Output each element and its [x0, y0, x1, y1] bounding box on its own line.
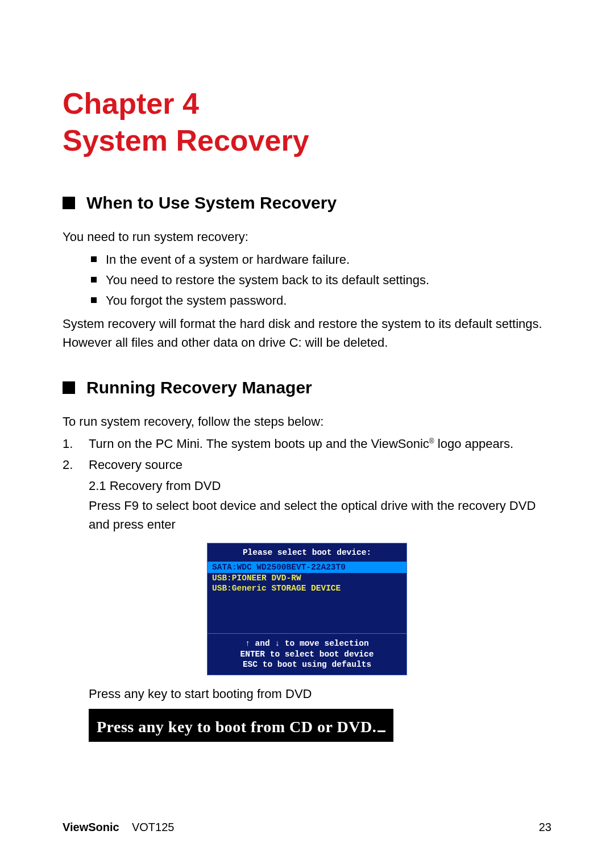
section1-intro: You need to run system recovery:: [63, 227, 551, 246]
document-page: Chapter 4 System Recovery When to Use Sy…: [0, 0, 614, 868]
list-item: In the event of a system or hardware fai…: [91, 251, 551, 269]
step-2-1-label: 2.1 Recovery from DVD: [89, 476, 551, 495]
section2-intro: To run system recovery, follow the steps…: [63, 412, 551, 431]
bullet-text: You need to restore the system back to i…: [106, 271, 429, 289]
footer-left: ViewSonic VOT125: [63, 821, 174, 834]
section1-outro: System recovery will format the hard dis…: [63, 314, 551, 352]
section1-bullet-list: In the event of a system or hardware fai…: [91, 251, 551, 310]
bios-hint: ESC to boot using defaults: [210, 659, 404, 670]
bios-hint: ENTER to select boot device: [210, 649, 404, 660]
step-1: 1. Turn on the PC Mini. The system boots…: [63, 434, 551, 453]
boot-banner-text: Press any key to boot from CD or DVD.: [97, 718, 376, 736]
bios-selected-device: SATA:WDC WD2500BEVT-22A23T0: [208, 562, 406, 573]
bullet-text: You forgot the system password.: [106, 292, 287, 310]
section-title-text: When to Use System Recovery: [86, 193, 337, 213]
section-heading-running: Running Recovery Manager: [63, 378, 551, 397]
section-title-text: Running Recovery Manager: [86, 378, 312, 397]
section-heading-when: When to Use System Recovery: [63, 193, 551, 213]
chapter-line-2: System Recovery: [63, 124, 309, 157]
bios-boot-device-screenshot: Please select boot device: SATA:WDC WD25…: [207, 543, 407, 676]
page-footer: ViewSonic VOT125 23: [63, 821, 551, 834]
footer-page-number: 23: [539, 821, 551, 834]
list-item: You forgot the system password.: [91, 292, 551, 310]
square-bullet-icon: [63, 197, 75, 209]
bios-hint: ↑ and ↓ to move selection: [210, 638, 404, 649]
after-screenshot-text: Press any key to start booting from DVD: [89, 684, 551, 703]
bios-device: USB:PIONEER DVD-RW: [208, 573, 406, 583]
boot-from-cd-banner: Press any key to boot from CD or DVD.: [89, 709, 393, 742]
footer-model: VOT125: [132, 821, 174, 833]
bios-footer-hints: ↑ and ↓ to move selection ENTER to selec…: [208, 633, 406, 675]
footer-brand: ViewSonic: [63, 821, 119, 833]
bios-device: USB:Generic STORAGE DEVICE: [208, 583, 406, 593]
step-2: 2. Recovery source: [63, 455, 551, 474]
registered-mark: ®: [429, 437, 434, 445]
bios-title: Please select boot device:: [208, 543, 406, 562]
square-bullet-icon: [91, 277, 97, 283]
square-bullet-icon: [91, 256, 97, 262]
chapter-line-1: Chapter 4: [63, 87, 199, 120]
step-number: 2.: [63, 455, 78, 474]
chapter-title: Chapter 4 System Recovery: [63, 85, 551, 159]
square-bullet-icon: [91, 297, 97, 303]
bullet-text: In the event of a system or hardware fai…: [106, 251, 350, 269]
step-text: Turn on the PC Mini. The system boots up…: [89, 434, 513, 453]
step-2-1-text: Press F9 to select boot device and selec…: [89, 496, 551, 534]
square-bullet-icon: [63, 381, 75, 394]
bios-device-list: SATA:WDC WD2500BEVT-22A23T0 USB:PIONEER …: [208, 562, 406, 633]
cursor-icon: [377, 715, 385, 732]
list-item: You need to restore the system back to i…: [91, 271, 551, 289]
step-number: 1.: [63, 434, 78, 453]
step-text: Recovery source: [89, 455, 182, 474]
